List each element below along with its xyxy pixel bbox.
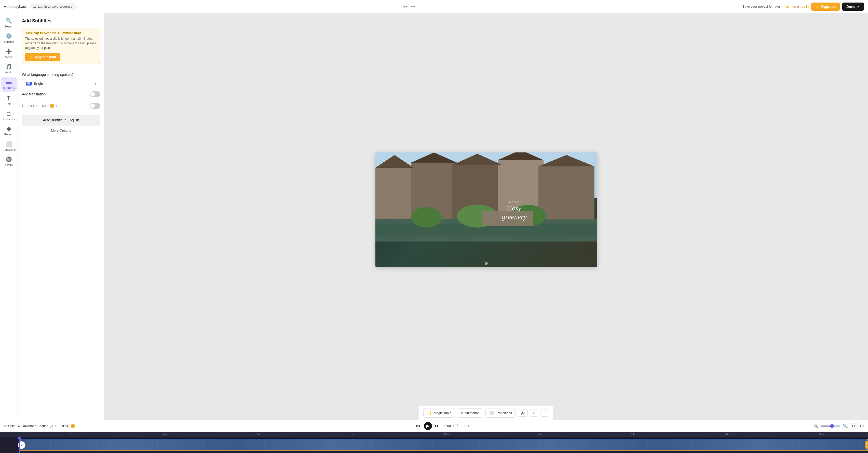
handle-dot — [866, 446, 867, 447]
topbar-right: Save your project for later — sign up or… — [742, 3, 864, 11]
subtitles-panel: Add Subtitles Your clip is over the 10-m… — [18, 13, 104, 420]
done-label: Done — [846, 5, 855, 9]
log-in-link[interactable]: log in — [801, 5, 809, 8]
sidebar-item-text[interactable]: T Text — [1, 93, 17, 107]
more-options-button[interactable]: ⋯ — [540, 409, 549, 417]
sidebar-item-label: Transitions — [2, 148, 16, 151]
warning-text: The selected media clip is longer than 1… — [25, 36, 97, 50]
svg-text:A filter in: A filter in — [508, 200, 522, 204]
timeline-ruler: 2m 4m 6m 8m 10m 12m 14m 16m 18m — [0, 432, 868, 437]
transitions-icon: ⬜ — [489, 411, 494, 415]
video-background-svg: A filter in Cosy greenery — [375, 153, 597, 267]
video-preview: A filter in Cosy greenery — [375, 153, 597, 267]
sidebar-item-media[interactable]: ➕ Media — [1, 46, 17, 61]
transitions-button[interactable]: ⬜ Transitions — [486, 408, 516, 418]
ruler-mark: 6m — [212, 433, 306, 436]
detect-speakers-label: Detect Speakers ⚡ ℹ — [22, 104, 57, 108]
animation-button[interactable]: ○ Animation — [457, 409, 483, 418]
help-button[interactable]: ? — [18, 441, 26, 449]
timeline-controls: ✂ Split ⬇ Download Section (0:00 - 18:31… — [0, 420, 868, 432]
cloud-icon: ☁ — [33, 5, 36, 8]
lightning-icon: ⚡ — [29, 55, 33, 59]
split-label: Split — [8, 424, 14, 428]
timeline-right: 🔍 🔍 Fit ⚙ — [813, 423, 864, 429]
panel-title: Add Subtitles — [22, 18, 100, 24]
add-translation-toggle[interactable] — [90, 91, 100, 97]
upgrade-button[interactable]: ⚡ Upgrade — [811, 3, 840, 11]
topbar-filename: videoplayback — [4, 5, 27, 9]
total-time: 18:31.1 — [461, 424, 472, 428]
playhead-line — [19, 437, 20, 453]
done-button[interactable]: Done ✓ — [842, 3, 864, 11]
sidebar-item-transitions[interactable]: ⬜ Transitions — [1, 139, 17, 153]
fit-button[interactable]: Fit — [850, 423, 858, 429]
svg-rect-1 — [375, 168, 414, 219]
zoom-in-button[interactable]: 🔍 — [843, 423, 848, 428]
sidebar-item-search[interactable]: 🔍 Search — [1, 16, 17, 30]
speed-button[interactable]: ↩ — [530, 409, 538, 417]
svg-text:Cosy: Cosy — [507, 204, 522, 212]
main-layout: 🔍 Search ⚙️ Settings ➕ Media 🎵 Audio ▬ S… — [0, 13, 868, 420]
sign-up-link[interactable]: sign up — [785, 5, 796, 8]
animation-label: Animation — [465, 411, 479, 415]
topbar: videoplayback ☁ Log in to save progress … — [0, 0, 868, 13]
chevron-down-icon: ▾ — [94, 82, 96, 86]
more-options-link[interactable]: More Options — [22, 129, 100, 132]
sidebar-item-elements[interactable]: ◻ Elements — [1, 108, 17, 123]
sidebar-item-label: Text — [6, 102, 11, 105]
svg-rect-5 — [538, 166, 594, 220]
topbar-left: videoplayback ☁ Log in to save progress — [4, 3, 75, 10]
rewind-button[interactable]: ⏮ — [416, 423, 421, 428]
detect-speakers-toggle[interactable] — [90, 103, 100, 109]
sidebar-item-label: Search — [4, 25, 13, 28]
sidebar-item-label: Audio — [5, 71, 12, 74]
upgrade-plan-button[interactable]: ⚡ Upgrade plan — [25, 53, 60, 61]
auto-subtitle-button[interactable]: Auto-subtitle in English — [22, 115, 100, 126]
video-center-dot — [485, 262, 488, 265]
split-button[interactable]: ✂ Split — [4, 424, 14, 428]
timeline-track-row — [0, 437, 868, 453]
sidebar-item-label: Media — [5, 56, 13, 59]
pro-badge: ⚡ — [50, 104, 54, 108]
zoom-slider[interactable] — [820, 425, 841, 426]
timeline-section: ✂ Split ⬇ Download Section (0:00 - 18:31… — [0, 420, 868, 453]
sidebar-item-audio[interactable]: 🎵 Audio — [1, 62, 17, 76]
save-progress-button[interactable]: ☁ Log in to save progress — [30, 3, 75, 10]
current-time: 00:00.9 — [443, 424, 454, 428]
download-section-button[interactable]: ⬇ Download Section (0:00 - 18:31) ! — [18, 424, 75, 428]
video-track[interactable] — [19, 439, 868, 451]
sidebar-item-subtitles[interactable]: ▬ Subtitles — [1, 77, 17, 92]
zoom-out-button[interactable]: 🔍 — [813, 423, 818, 428]
sidebar-item-record[interactable]: ⏺ Record — [1, 124, 17, 138]
sidebar-item-label: Subtitles — [3, 87, 14, 90]
timeline-settings-button[interactable]: ⚙ — [860, 423, 864, 429]
magic-icon: ✨ — [427, 411, 432, 415]
video-container: A filter in Cosy greenery — [104, 13, 868, 406]
handle-dot — [866, 445, 867, 445]
undo-button[interactable]: ↩ — [402, 3, 408, 10]
sidebar-item-filters[interactable]: 🔘 Filters — [1, 154, 17, 168]
warning-box: Your clip is over the 10-minute limit Th… — [22, 28, 100, 64]
info-button[interactable]: ℹ — [56, 104, 57, 108]
language-select[interactable]: US English ▾ — [22, 78, 100, 88]
ruler-mark: 16m — [681, 433, 774, 436]
redo-button[interactable]: ↪ — [410, 3, 416, 10]
language-section-label: What language is being spoken? — [22, 72, 100, 76]
bottom-toolbar: ✨ Magic Tools ○ Animation ⬜ Transitions … — [419, 406, 553, 420]
record-icon: ⏺ — [6, 126, 11, 132]
magic-tools-button[interactable]: ✨ Magic Tools — [423, 408, 455, 418]
sidebar-item-settings[interactable]: ⚙️ Settings — [1, 31, 17, 45]
ruler-mark: 10m — [399, 433, 493, 436]
track-right-handle[interactable] — [865, 441, 867, 449]
video-canvas: A filter in Cosy greenery — [375, 153, 597, 267]
play-button[interactable]: ▶ — [424, 422, 432, 430]
timeline-center: ⏮ ▶ ⏭ 00:00.9 / 18:31.1 — [79, 422, 809, 430]
sidebar-icons: 🔍 Search ⚙️ Settings ➕ Media 🎵 Audio ▬ S… — [0, 13, 18, 420]
language-left: US English — [26, 82, 45, 86]
check-icon: ✓ — [857, 5, 860, 9]
volume-button[interactable]: 🔊 — [518, 409, 528, 417]
sidebar-item-label: Settings — [4, 40, 14, 43]
lightning-icon: ⚡ — [815, 5, 819, 9]
video-area: A filter in Cosy greenery ✨ Magic Tools … — [104, 13, 868, 420]
fast-forward-button[interactable]: ⏭ — [435, 423, 440, 428]
